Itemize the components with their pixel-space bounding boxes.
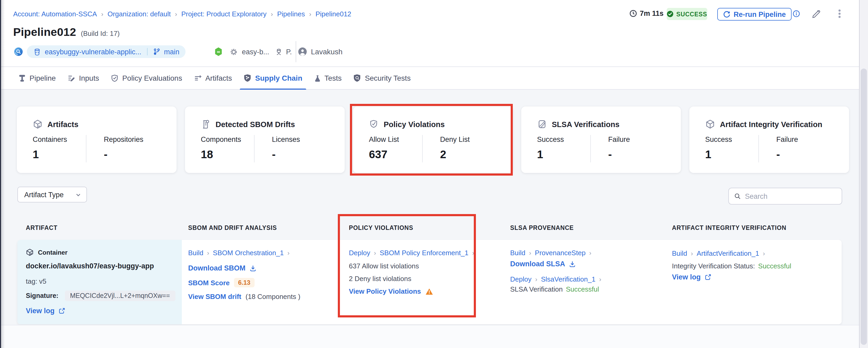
stage-link[interactable]: Build (510, 249, 525, 257)
kebab-menu-icon[interactable] (835, 9, 844, 21)
tab-policy-evaluations[interactable]: Policy Evaluations (105, 67, 188, 89)
integrity-status: Successful (758, 262, 791, 270)
stage-link[interactable]: Build (672, 250, 687, 257)
artifact-type-label: Container (38, 249, 67, 256)
shield-check-icon (111, 74, 119, 82)
info-icon[interactable] (793, 10, 800, 20)
status-badge: SUCCESS (667, 8, 707, 20)
breadcrumb-pipeline[interactable]: Pipeline012 (315, 10, 351, 18)
stat-label: Components (201, 136, 241, 143)
breadcrumb-org[interactable]: Organization: default (107, 10, 171, 18)
stat-label: Success (705, 136, 732, 143)
service-icon (275, 48, 282, 56)
step-link[interactable]: SBOM Orchestration_1 (213, 249, 284, 257)
tab-security-tests[interactable]: Security Tests (347, 67, 416, 89)
download-icon (249, 264, 257, 272)
signature-value: MEQCICde2Vjl...L+2+mqnOXw== (65, 291, 175, 301)
stat-label: Repositories (104, 136, 143, 143)
breadcrumb-separator: › (101, 10, 103, 18)
scrollbar[interactable] (859, 0, 868, 348)
tests-flask-icon (314, 74, 321, 82)
search-box[interactable] (728, 188, 842, 205)
view-log-link[interactable]: View log (26, 307, 65, 315)
stage-link[interactable]: Build (188, 249, 204, 257)
view-log-link[interactable]: View log (672, 273, 711, 281)
card-title: Artifact Integrity Verification (720, 120, 822, 128)
stat-value: - (104, 148, 143, 161)
slsa-verification-status: Successful (566, 285, 599, 293)
cube-icon (33, 119, 43, 129)
tab-bar: Pipeline Inputs Policy Evaluations Artif… (0, 66, 868, 90)
download-icon (569, 260, 576, 268)
integrity-box-icon (705, 119, 715, 129)
inputs-icon (67, 74, 75, 82)
stat-label: Success (537, 136, 564, 143)
signature-label: Signature: (26, 292, 59, 299)
download-slsa-link[interactable]: Download SLSA (510, 260, 576, 268)
col-header-integrity: ARTIFACT INTEGRITY VERIFICATION (672, 225, 786, 231)
artifact-type-dropdown[interactable]: Artifact Type (18, 187, 87, 202)
rerun-pipeline-button[interactable]: Re-run Pipeline (717, 8, 792, 21)
stage-link[interactable]: Deploy (510, 275, 531, 283)
view-sbom-drift-link[interactable]: View SBOM drift (188, 293, 241, 300)
drift-components: (18 Components ) (246, 293, 301, 300)
artifact-image-name: docker.io/lavakush07/easy-buggy-app (26, 262, 154, 270)
avatar-icon (298, 48, 307, 56)
container-cube-icon (26, 248, 34, 256)
annotation-highlight-policy-column (338, 214, 476, 317)
execution-service-short[interactable]: P. (286, 48, 292, 56)
card-artifacts: Artifacts Containers1 Repositories- (17, 107, 177, 173)
breadcrumb-pipelines[interactable]: Pipelines (277, 10, 305, 18)
execution-pipeline-name[interactable]: easy-b... (242, 48, 269, 56)
annotation-highlight-policy-card (350, 104, 513, 176)
stat-value: 1 (33, 148, 67, 161)
supply-chain-icon (244, 74, 251, 82)
triggered-by: Lavakush (298, 44, 343, 59)
branch-name[interactable]: main (164, 48, 180, 56)
check-circle-icon (667, 10, 674, 18)
edit-pencil-icon[interactable] (812, 9, 820, 21)
search-icon (734, 193, 741, 200)
execution-meta: ∞ easy-b... P. (214, 44, 292, 59)
breadcrumb: Account: Automation-SSCA› Organization: … (13, 10, 351, 18)
repo-chip[interactable]: easybuggy-vulnerable-applic... main (27, 45, 186, 58)
slsa-verification-label: SLSA Verification (510, 285, 563, 293)
step-link[interactable]: ArtifactVerification_1 (697, 250, 759, 257)
svg-text:∞: ∞ (217, 49, 220, 54)
card-title: Artifacts (48, 120, 79, 128)
breadcrumb-account[interactable]: Account: Automation-SSCA (13, 10, 97, 18)
external-link-icon (58, 308, 65, 314)
stat-value: - (608, 148, 630, 161)
repo-name[interactable]: easybuggy-vulnerable-applic... (45, 48, 141, 56)
tab-inputs[interactable]: Inputs (62, 67, 105, 89)
tab-pipeline[interactable]: Pipeline (13, 67, 62, 89)
download-sbom-link[interactable]: Download SBOM (188, 264, 257, 272)
card-sbom-drifts: Detected SBOM Drifts Components18 Licens… (185, 107, 345, 173)
breadcrumb-project[interactable]: Project: Product Exploratory (181, 10, 267, 18)
repository-icon (33, 48, 41, 56)
tab-artifacts[interactable]: Artifacts (188, 67, 238, 89)
search-input[interactable] (745, 192, 836, 200)
stat-value: 1 (537, 148, 564, 161)
card-artifact-integrity: Artifact Integrity Verification Success1… (689, 107, 849, 173)
card-title: SLSA Verifications (552, 120, 620, 128)
pipeline-execution-page: Account: Automation-SSCA› Organization: … (0, 0, 868, 348)
scan-logo-icon (14, 48, 23, 56)
step-link[interactable]: SlsaVerification_1 (541, 275, 595, 283)
chevron-down-icon (75, 192, 81, 198)
security-tests-icon (353, 74, 361, 82)
clock-icon (629, 9, 637, 18)
tab-tests[interactable]: Tests (308, 67, 347, 89)
stat-label: Containers (33, 136, 67, 143)
sbom-document-icon (201, 119, 211, 129)
sbom-score-label[interactable]: SBOM Score (188, 279, 230, 287)
user-name[interactable]: Lavakush (311, 48, 343, 56)
refresh-icon (723, 10, 731, 18)
step-link[interactable]: ProvenanceStep (535, 249, 586, 257)
execution-duration: 7m 11s (629, 9, 663, 18)
tab-supply-chain[interactable]: Supply Chain (238, 67, 308, 89)
stat-label: Failure (776, 136, 798, 143)
breadcrumb-separator: › (309, 10, 311, 18)
stat-value: - (272, 148, 300, 161)
scrollbar-thumb[interactable] (861, 68, 867, 345)
